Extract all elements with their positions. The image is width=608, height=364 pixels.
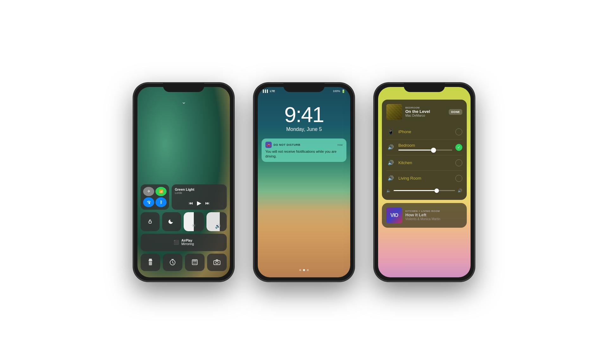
phone3-background: BEDROOM On the Level Mac DeMarco DONE 📱 …: [378, 87, 471, 277]
page-dots: [258, 269, 350, 271]
play-button[interactable]: ▶: [197, 200, 201, 207]
cc-connectivity-tile: ✈ 📶 ᛒ: [141, 184, 169, 210]
screen-2: ▌▌▌ LTE 100% 🔋 9:41 Monday, June 5 🚗: [258, 87, 350, 277]
airplay-item-bedroom[interactable]: 🔊 Bedroom: [386, 140, 462, 155]
song-info-1: BEDROOM On the Level Mac DeMarco: [405, 106, 446, 117]
notch-3: [404, 83, 445, 92]
iphone-device-name: iPhone: [398, 129, 452, 134]
wifi-button[interactable]: [143, 197, 154, 207]
airplay-item-iphone[interactable]: 📱 iPhone: [386, 124, 462, 140]
camera-button[interactable]: [207, 254, 227, 271]
lock-time-display: 9:41 Monday, June 5: [258, 104, 350, 132]
volume-slider[interactable]: 🔊: [206, 212, 227, 231]
phone1-background: ⌄ ✈ 📶 ᛒ: [137, 87, 230, 277]
flashlight-button[interactable]: [141, 254, 160, 271]
dnd-header: 🚗 DO NOT DISTURB now: [265, 142, 343, 148]
battery-icon: 🔋: [341, 89, 345, 93]
bedroom-check: ✓: [455, 144, 462, 151]
song-artist: Lorde: [175, 191, 194, 194]
dnd-time: now: [337, 143, 343, 146]
airplay-label: AirPlay Mirroring: [181, 239, 194, 246]
lock-time: 9:41: [258, 104, 350, 125]
screen-1: ⌄ ✈ 📶 ᛒ: [137, 87, 230, 277]
living-room-device-icon: 🔊: [386, 174, 395, 183]
kitchen-device-icon: 🔊: [386, 158, 395, 167]
notch-2: [283, 83, 325, 92]
timer-button[interactable]: [163, 254, 182, 271]
battery-percentage: 100%: [333, 89, 340, 93]
airplay-item-kitchen[interactable]: 🔊 Kitchen: [386, 155, 462, 171]
phone2-background: ▌▌▌ LTE 100% 🔋 9:41 Monday, June 5 🚗: [258, 87, 350, 277]
dnd-notification: 🚗 DO NOT DISTURB now You will not receiv…: [262, 139, 346, 162]
airplay-icon: ⬛: [174, 240, 179, 245]
living-room-device-name: Living Room: [398, 176, 452, 181]
airplay-now-playing: BEDROOM On the Level Mac DeMarco DONE: [386, 104, 462, 120]
cellular-button[interactable]: 📶: [155, 187, 167, 196]
living-room-check: [455, 175, 462, 182]
lock-rotation-button[interactable]: [141, 212, 160, 231]
second-now-playing: VIO KITCHEN + LIVING ROOM How It Left Vi…: [386, 207, 462, 223]
volume-min-icon: 🔈: [386, 188, 391, 193]
svg-point-5: [193, 263, 194, 263]
dnd-icon: 🚗: [265, 142, 272, 148]
now-playing-tile: Green Light Lorde ⏮ ▶ ⏭: [172, 184, 227, 210]
airplane-mode-button[interactable]: ✈: [143, 187, 154, 196]
notch-1: [163, 83, 204, 92]
song-info-2: KITCHEN + LIVING ROOM How It Left Violen…: [405, 210, 440, 221]
song2-artist: Violents & Monica Martin: [405, 217, 440, 221]
cc-bottom-row: [141, 254, 227, 271]
cc-mid-row: ☀ 🔊: [141, 212, 227, 231]
signal-bars: ▌▌▌: [263, 89, 269, 93]
phone-1-control-center: ⌄ ✈ 📶 ᛒ: [133, 83, 234, 282]
svg-point-7: [196, 263, 196, 263]
svg-rect-1: [149, 262, 152, 265]
phone-3-airplay: BEDROOM On the Level Mac DeMarco DONE 📱 …: [374, 83, 475, 282]
playback-controls: ⏮ ▶ ⏭: [175, 200, 224, 207]
chevron-down-icon: ⌄: [181, 98, 186, 105]
kitchen-device-name: Kitchen: [398, 160, 452, 165]
svg-rect-0: [149, 221, 151, 223]
song-title: Green Light: [175, 188, 194, 191]
bedroom-device-name: Bedroom: [398, 143, 452, 148]
kitchen-check: [455, 159, 462, 166]
calculator-button[interactable]: [185, 254, 205, 271]
screen-3: BEDROOM On the Level Mac DeMarco DONE 📱 …: [378, 87, 471, 277]
lock-date: Monday, June 5: [258, 126, 350, 132]
network-type: LTE: [270, 89, 275, 93]
dnd-title-row: 🚗 DO NOT DISTURB: [265, 142, 301, 148]
song-name: On the Level: [405, 109, 446, 114]
done-button[interactable]: DONE: [449, 109, 462, 115]
song-room: BEDROOM: [405, 106, 446, 109]
airplay-item-living-room[interactable]: 🔊 Living Room: [386, 171, 462, 186]
song2-room: KITCHEN + LIVING ROOM: [405, 210, 440, 213]
volume-max-icon: 🔊: [458, 188, 462, 193]
control-center-panel: ✈ 📶 ᛒ Green Light Lorde: [141, 184, 227, 271]
second-playing-panel: VIO KITCHEN + LIVING ROOM How It Left Vi…: [382, 203, 467, 228]
rewind-button[interactable]: ⏮: [189, 201, 193, 206]
bedroom-device-icon: 🔊: [386, 143, 395, 152]
dnd-label: DO NOT DISTURB: [274, 143, 301, 146]
album-art-2-letters: VIO: [390, 213, 398, 218]
cc-top-row: ✈ 📶 ᛒ Green Light Lorde: [141, 184, 227, 210]
bedroom-volume-slider[interactable]: [398, 148, 452, 152]
dot-3: [307, 269, 309, 271]
iphone-device-icon: 📱: [386, 127, 395, 136]
bluetooth-button[interactable]: ᛒ: [155, 197, 167, 207]
airplay-mirroring-button[interactable]: ⬛ AirPlay Mirroring: [141, 234, 227, 251]
master-volume-slider[interactable]: [394, 190, 455, 191]
forward-button[interactable]: ⏭: [205, 201, 210, 206]
airplay-device-list: 📱 iPhone 🔊 Bedroom: [386, 124, 462, 186]
album-art-2: VIO: [386, 207, 402, 223]
cc-airplay-row: ⬛ AirPlay Mirroring: [141, 234, 227, 251]
svg-point-6: [194, 263, 195, 263]
brightness-slider[interactable]: ☀: [184, 212, 204, 231]
song-artist-2: Mac DeMarco: [405, 114, 446, 117]
dot-2: [303, 269, 305, 271]
song2-name: How It Left: [405, 213, 440, 217]
album-art-1: [386, 104, 402, 120]
svg-rect-4: [193, 260, 197, 262]
phone3-content: BEDROOM On the Level Mac DeMarco DONE 📱 …: [378, 87, 471, 233]
do-not-disturb-button[interactable]: [162, 212, 181, 231]
master-volume-row: 🔈 🔊: [386, 186, 462, 195]
airplay-main-panel: BEDROOM On the Level Mac DeMarco DONE 📱 …: [382, 100, 467, 200]
